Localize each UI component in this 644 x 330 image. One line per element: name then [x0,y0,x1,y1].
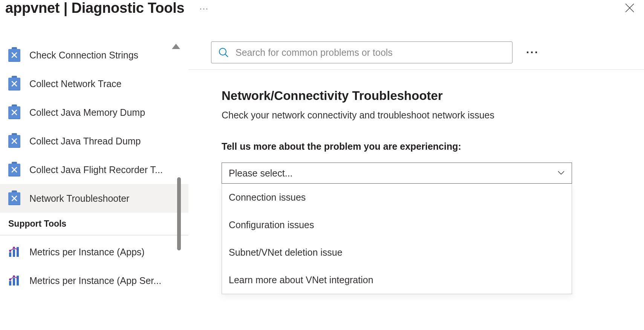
svg-rect-2 [9,252,11,257]
sidebar: Check Connection Strings Collect Network… [0,23,188,330]
chevron-down-icon [557,170,565,177]
main-panel: ··· Network/Connectivity Troubleshooter … [188,23,644,330]
search-input[interactable] [236,47,505,58]
tools-icon [8,77,20,91]
sidebar-item-label: Collect Java Thread Dump [29,136,141,147]
sidebar-item-check-connection-strings[interactable]: Check Connection Strings [0,41,188,69]
tools-icon [8,134,20,148]
svg-line-14 [225,54,228,57]
dropdown-option-subnet-vnet-deletion[interactable]: Subnet/VNet deletion issue [222,239,572,266]
scrollbar-thumb[interactable] [177,177,181,250]
content-description: Check your network connectivity and trou… [222,110,621,121]
sidebar-item-network-troubleshooter[interactable]: Network Troubleshooter [0,184,188,213]
svg-point-13 [219,48,226,55]
tools-icon [8,48,20,62]
sidebar-item-label: Metrics per Instance (Apps) [29,247,145,258]
svg-rect-9 [13,278,15,285]
page-title: appvnet | Diagnostic Tools [5,0,185,16]
sidebar-item-label: Network Troubleshooter [29,193,129,204]
close-button[interactable] [623,1,636,15]
content-prompt: Tell us more about the problem you are e… [222,141,621,152]
sidebar-item-collect-java-memory-dump[interactable]: Collect Java Memory Dump [0,98,188,127]
bar-chart-icon [8,275,21,286]
sidebar-item-label: Metrics per Instance (App Ser... [29,275,161,286]
sidebar-item-metrics-per-instance-apps[interactable]: Metrics per Instance (Apps) [0,238,188,266]
svg-rect-4 [17,247,19,257]
tools-icon [8,106,20,119]
sidebar-item-metrics-per-instance-app-service[interactable]: Metrics per Instance (App Ser... [0,266,188,295]
search-icon [218,47,229,58]
sidebar-item-label: Collect Java Memory Dump [29,107,145,118]
tools-icon [8,192,20,205]
main-more-icon[interactable]: ··· [526,46,539,59]
sidebar-item-label: Collect Network Trace [29,78,122,89]
tools-icon [8,163,20,177]
sidebar-item-label: Check Connection Strings [29,50,138,61]
sidebar-section-header: Support Tools [0,213,188,233]
select-placeholder: Please select... [229,168,293,179]
sidebar-item-label: Collect Java Flight Recorder T... [29,164,163,175]
search-box[interactable] [211,41,512,63]
svg-rect-3 [13,249,15,257]
problem-dropdown: Connection issues Configuration issues S… [222,184,572,294]
problem-select[interactable]: Please select... [222,163,572,184]
divider [0,235,188,235]
header-more-icon[interactable]: ··· [200,4,209,14]
close-icon [624,3,635,13]
sidebar-item-collect-network-trace[interactable]: Collect Network Trace [0,69,188,98]
content-title: Network/Connectivity Troubleshooter [222,89,621,103]
sidebar-item-collect-java-thread-dump[interactable]: Collect Java Thread Dump [0,127,188,155]
dropdown-option-learn-more-vnet[interactable]: Learn more about VNet integration [222,266,572,294]
svg-rect-8 [9,281,11,285]
dropdown-option-connection-issues[interactable]: Connection issues [222,184,572,211]
svg-rect-10 [17,276,19,285]
dropdown-option-configuration-issues[interactable]: Configuration issues [222,211,572,239]
bar-chart-icon [8,246,21,258]
scroll-up-icon[interactable] [172,44,180,49]
sidebar-item-collect-java-flight-recorder[interactable]: Collect Java Flight Recorder T... [0,155,188,184]
